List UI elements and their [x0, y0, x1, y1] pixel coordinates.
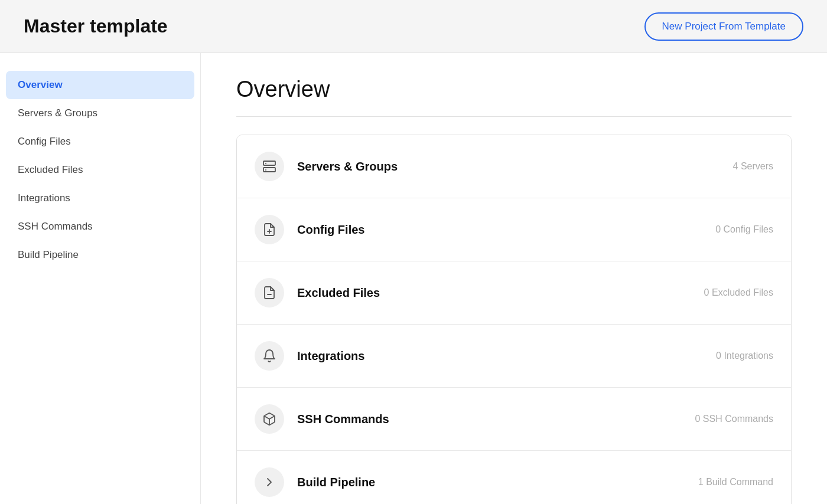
config-file-icon — [262, 222, 276, 237]
card-ssh-commands-label: SSH Commands — [297, 413, 695, 426]
bell-icon — [262, 349, 276, 363]
sidebar-item-build-pipeline[interactable]: Build Pipeline — [0, 241, 200, 269]
sidebar-item-overview[interactable]: Overview — [6, 71, 194, 99]
title-divider — [236, 116, 792, 117]
card-build-pipeline-count: 1 Build Command — [698, 477, 773, 487]
svg-rect-1 — [263, 168, 275, 172]
page-title: Master template — [24, 15, 168, 37]
sidebar-item-integrations[interactable]: Integrations — [0, 184, 200, 212]
card-ssh-commands[interactable]: SSH Commands 0 SSH Commands — [237, 388, 791, 451]
card-integrations-label: Integrations — [297, 349, 716, 363]
ssh-commands-icon-wrapper — [255, 404, 284, 434]
card-servers-groups-label: Servers & Groups — [297, 160, 733, 174]
main-layout: Overview Servers & Groups Config Files E… — [0, 53, 827, 504]
sidebar: Overview Servers & Groups Config Files E… — [0, 53, 201, 504]
card-excluded-files[interactable]: Excluded Files 0 Excluded Files — [237, 261, 791, 325]
svg-rect-0 — [263, 161, 275, 165]
excluded-files-icon-wrapper — [255, 278, 284, 307]
card-integrations-count: 0 Integrations — [716, 351, 773, 361]
chevron-right-icon — [262, 475, 276, 489]
card-ssh-commands-count: 0 SSH Commands — [695, 414, 774, 424]
card-integrations[interactable]: Integrations 0 Integrations — [237, 325, 791, 388]
content-area: Overview Servers & Groups 4 Servers — [201, 53, 827, 504]
sidebar-item-excluded-files[interactable]: Excluded Files — [0, 156, 200, 184]
card-excluded-files-count: 0 Excluded Files — [704, 287, 773, 298]
header: Master template New Project From Templat… — [0, 0, 827, 53]
build-pipeline-icon-wrapper — [255, 467, 284, 497]
integrations-icon-wrapper — [255, 341, 284, 371]
new-project-button[interactable]: New Project From Template — [644, 12, 803, 41]
sidebar-item-config-files[interactable]: Config Files — [0, 127, 200, 156]
box-icon — [262, 412, 276, 426]
card-config-files-count: 0 Config Files — [715, 224, 773, 235]
servers-icon — [262, 159, 276, 174]
card-servers-groups-count: 4 Servers — [733, 161, 773, 172]
card-config-files-label: Config Files — [297, 223, 715, 237]
sidebar-item-ssh-commands[interactable]: SSH Commands — [0, 212, 200, 241]
content-title: Overview — [236, 77, 792, 102]
servers-groups-icon-wrapper — [255, 152, 284, 181]
sidebar-item-servers-groups[interactable]: Servers & Groups — [0, 99, 200, 127]
card-excluded-files-label: Excluded Files — [297, 286, 704, 300]
excluded-file-icon — [262, 286, 276, 300]
overview-cards: Servers & Groups 4 Servers Config Files … — [236, 135, 792, 504]
card-servers-groups[interactable]: Servers & Groups 4 Servers — [237, 135, 791, 198]
card-build-pipeline[interactable]: Build Pipeline 1 Build Command — [237, 451, 791, 504]
card-build-pipeline-label: Build Pipeline — [297, 476, 698, 489]
card-config-files[interactable]: Config Files 0 Config Files — [237, 198, 791, 261]
config-files-icon-wrapper — [255, 215, 284, 244]
